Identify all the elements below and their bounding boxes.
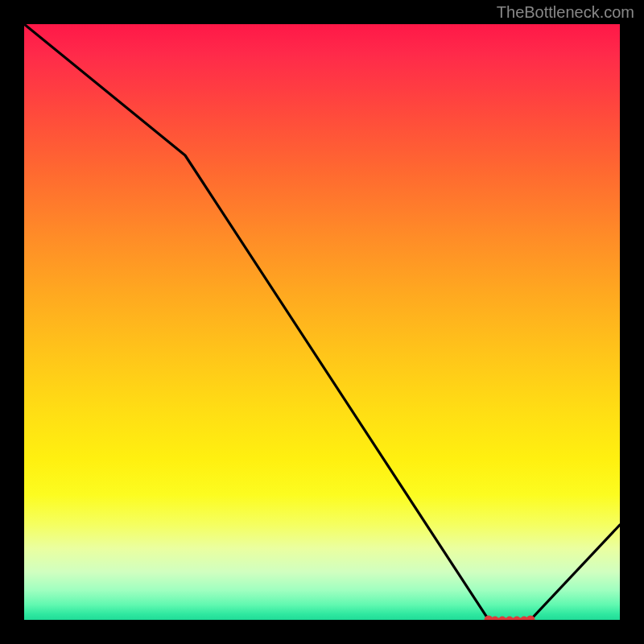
svg-point-2 — [492, 617, 499, 621]
line-chart-svg — [24, 24, 620, 620]
plot-area — [24, 24, 620, 620]
optimal-range-marker — [485, 616, 535, 621]
svg-point-5 — [514, 617, 521, 621]
svg-point-4 — [506, 617, 514, 621]
svg-point-3 — [499, 617, 506, 621]
bottleneck-line — [24, 24, 620, 620]
chart-container: TheBottleneck.com — [0, 0, 644, 644]
attribution-text: TheBottleneck.com — [497, 3, 634, 22]
